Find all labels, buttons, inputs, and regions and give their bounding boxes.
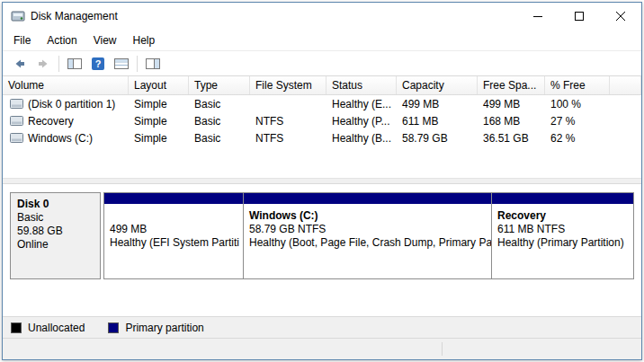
back-button[interactable] xyxy=(8,53,31,75)
partition-recovery[interactable]: Recovery 611 MB NTFS Healthy (Primary Pa… xyxy=(491,192,634,279)
properties-icon xyxy=(114,57,129,70)
minimize-icon xyxy=(533,12,542,21)
disk-status: Online xyxy=(17,238,96,252)
title-bar[interactable]: Disk Management xyxy=(3,3,641,30)
unallocated-swatch-icon xyxy=(11,322,22,333)
partition-status: Healthy (EFI System Partiti xyxy=(110,236,237,250)
volume-name: Windows (C:) xyxy=(28,132,93,145)
partition-color-band xyxy=(244,193,491,204)
minimize-button[interactable] xyxy=(517,3,559,30)
toolbar-separator xyxy=(58,56,59,72)
volume-pct-free: 62 % xyxy=(545,132,610,145)
menu-file[interactable]: File xyxy=(5,30,39,50)
partition-size: 58.79 GB NTFS xyxy=(249,223,486,236)
partition-status: Healthy (Primary Partition) xyxy=(497,236,628,250)
partition-size: 611 MB NTFS xyxy=(497,223,628,236)
volume-free-space: 499 MB xyxy=(478,98,545,110)
primary-partition-swatch-icon xyxy=(108,322,119,333)
menu-action[interactable]: Action xyxy=(39,30,85,50)
disk-type: Basic xyxy=(17,211,96,225)
disk-0-row: Disk 0 Basic 59.88 GB Online 499 MB Heal… xyxy=(10,192,634,279)
menu-view[interactable]: View xyxy=(85,30,125,50)
show-action-pane-icon xyxy=(146,57,160,70)
partition-name xyxy=(110,209,237,223)
partitions-strip: 499 MB Healthy (EFI System Partiti Windo… xyxy=(103,192,634,279)
partition-status: Healthy (Boot, Page File, Crash Dump, Pr… xyxy=(249,236,486,250)
status-bar xyxy=(3,338,641,359)
svg-text:?: ? xyxy=(95,58,102,69)
volume-status: Healthy (P... xyxy=(326,115,397,128)
legend-item-primary-partition: Primary partition xyxy=(108,322,203,334)
disk-name: Disk 0 xyxy=(17,198,96,211)
volume-name: Recovery xyxy=(28,115,74,128)
column-header-pct-free[interactable]: % Free xyxy=(545,76,610,94)
table-row[interactable]: Windows (C:) Simple Basic NTFS Healthy (… xyxy=(3,129,641,146)
volume-capacity: 611 MB xyxy=(397,115,478,128)
volume-type: Basic xyxy=(189,115,250,128)
volume-icon xyxy=(10,133,23,143)
column-header-layout[interactable]: Layout xyxy=(129,76,189,94)
volume-capacity: 499 MB xyxy=(397,98,478,110)
window-title: Disk Management xyxy=(31,10,118,22)
volume-icon xyxy=(10,116,23,126)
partition-size: 499 MB xyxy=(110,223,237,236)
back-icon xyxy=(13,57,27,71)
volume-free-space: 168 MB xyxy=(478,115,545,128)
status-bar-divider xyxy=(442,342,443,356)
volume-status: Healthy (E... xyxy=(326,98,397,110)
volume-free-space: 36.51 GB xyxy=(478,132,545,145)
properties-button[interactable] xyxy=(110,53,133,75)
menu-help[interactable]: Help xyxy=(125,30,164,50)
maximize-button[interactable] xyxy=(559,3,600,30)
show-console-tree-icon xyxy=(67,57,82,70)
help-icon: ? xyxy=(91,57,105,71)
show-action-pane-button[interactable] xyxy=(141,53,165,75)
partition-efi[interactable]: 499 MB Healthy (EFI System Partiti xyxy=(103,192,244,279)
show-console-tree-button[interactable] xyxy=(63,53,86,75)
forward-icon xyxy=(36,57,50,71)
volume-list-pane: Volume Layout Type File System Status Ca… xyxy=(3,76,641,179)
legend-label: Primary partition xyxy=(125,322,203,334)
help-button[interactable]: ? xyxy=(86,53,110,75)
table-row[interactable]: (Disk 0 partition 1) Simple Basic Health… xyxy=(3,95,641,112)
legend-bar: Unallocated Primary partition xyxy=(3,316,641,338)
partition-windows-c[interactable]: Windows (C:) 58.79 GB NTFS Healthy (Boot… xyxy=(243,192,492,279)
toolbar: ? xyxy=(3,51,641,76)
volume-file-system: NTFS xyxy=(250,132,326,145)
disk-management-icon xyxy=(11,9,25,23)
column-header-file-system[interactable]: File System xyxy=(250,76,326,94)
partition-color-band xyxy=(492,193,633,204)
volume-capacity: 58.79 GB xyxy=(397,132,478,145)
menu-bar: File Action View Help xyxy=(3,30,641,51)
volume-type: Basic xyxy=(189,132,250,145)
volume-status: Healthy (B... xyxy=(326,132,397,145)
disk-management-window: Disk Management File Action View Help xyxy=(2,2,642,360)
column-header-status[interactable]: Status xyxy=(326,76,397,94)
column-header-type[interactable]: Type xyxy=(189,76,250,94)
volume-name: (Disk 0 partition 1) xyxy=(28,98,115,110)
maximize-icon xyxy=(575,12,584,21)
disk-info-box[interactable]: Disk 0 Basic 59.88 GB Online xyxy=(10,192,101,279)
table-row[interactable]: Recovery Simple Basic NTFS Healthy (P...… xyxy=(3,112,641,129)
partition-name: Recovery xyxy=(497,209,628,223)
legend-label: Unallocated xyxy=(28,322,85,334)
volume-table-header: Volume Layout Type File System Status Ca… xyxy=(3,76,641,95)
forward-button[interactable] xyxy=(31,53,55,75)
volume-pct-free: 100 % xyxy=(545,98,610,110)
column-header-filler xyxy=(610,76,641,94)
disk-size: 59.88 GB xyxy=(17,225,96,238)
volume-icon xyxy=(10,99,23,109)
column-header-free-space[interactable]: Free Spa... xyxy=(478,76,545,94)
partition-name: Windows (C:) xyxy=(249,209,486,223)
volume-layout: Simple xyxy=(129,115,189,128)
partition-color-band xyxy=(104,193,243,204)
volume-layout: Simple xyxy=(129,132,189,145)
close-button[interactable] xyxy=(600,3,641,30)
column-header-volume[interactable]: Volume xyxy=(3,76,129,94)
legend-item-unallocated: Unallocated xyxy=(11,322,85,334)
volume-pct-free: 27 % xyxy=(545,115,610,128)
toolbar-separator xyxy=(137,56,138,72)
graphical-view-pane: Disk 0 Basic 59.88 GB Online 499 MB Heal… xyxy=(3,184,641,316)
column-header-capacity[interactable]: Capacity xyxy=(397,76,478,94)
volume-file-system: NTFS xyxy=(250,115,326,128)
